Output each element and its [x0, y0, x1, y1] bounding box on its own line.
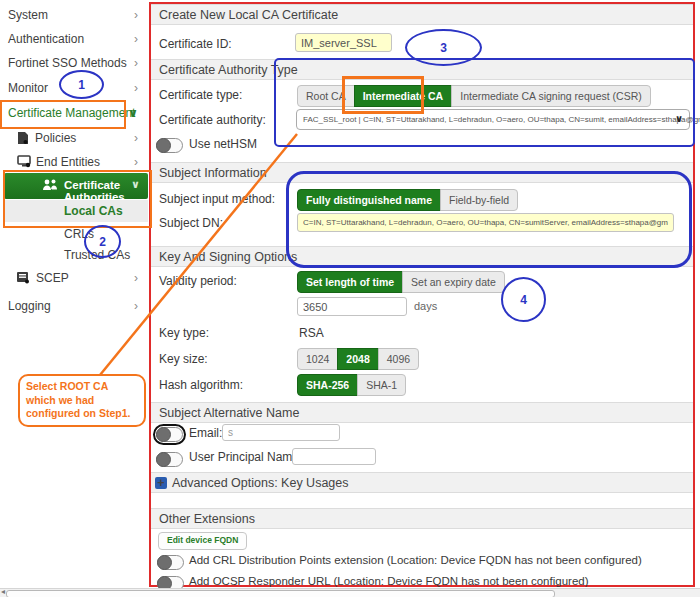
email-label: Email:: [189, 426, 222, 440]
ca-type-section-header: Certificate Authority Type: [151, 59, 693, 80]
certificate-type-label: Certificate type:: [159, 88, 242, 102]
subject-section-header: Subject Information: [151, 162, 693, 183]
scrollbar-thumb[interactable]: [6, 590, 555, 597]
subject-dn-label: Subject DN:: [159, 216, 223, 230]
sidebar-item-fortinet-sso[interactable]: Fortinet SSO Methods ›: [0, 53, 148, 75]
chevron-right-icon: ›: [134, 56, 138, 70]
use-nethsm-toggle[interactable]: [156, 138, 183, 153]
document-icon: [16, 131, 29, 148]
field-by-field-button[interactable]: Field-by-field: [440, 189, 518, 211]
chevron-right-icon: ›: [134, 131, 138, 145]
crl-distribution-toggle[interactable]: [157, 555, 184, 570]
certificate-authority-select[interactable]: FAC_SSL_root | C=IN, ST=Uttarakhand, L=d…: [296, 109, 690, 130]
key-size-segment: 1024 2048 4096: [297, 348, 419, 370]
sidebar-item-scep[interactable]: SCEP ›: [0, 268, 148, 290]
key-size-label: Key size:: [159, 352, 208, 366]
email-input[interactable]: [222, 424, 340, 441]
sidebar-item-certificate-management[interactable]: Certificate Management ∨: [0, 103, 148, 125]
use-nethsm-label: Use netHSM: [189, 137, 257, 151]
sidebar-item-system[interactable]: System ›: [0, 5, 148, 27]
certificate-type-segment: Root CA Intermediate CA Intermediate CA …: [297, 85, 651, 107]
hash-algorithm-label: Hash algorithm:: [159, 378, 243, 392]
chevron-down-icon: ∨: [128, 106, 138, 120]
panel-title-bar: Create New Local CA Certificate: [151, 4, 693, 25]
sidebar-item-authentication[interactable]: Authentication ›: [0, 29, 148, 51]
key-size-4096-button[interactable]: 4096: [378, 348, 419, 370]
expand-plus-icon[interactable]: +: [155, 477, 167, 489]
chevron-right-icon: ›: [134, 8, 138, 22]
chevron-right-icon: ›: [134, 32, 138, 46]
subject-method-segment: Fully distinguished name Field-by-field: [297, 189, 518, 211]
upn-input[interactable]: [292, 448, 376, 465]
root-ca-button[interactable]: Root CA: [297, 85, 355, 107]
certificate-id-input[interactable]: [295, 33, 392, 52]
key-type-label: Key type:: [159, 326, 209, 340]
subject-input-method-label: Subject input method:: [159, 192, 275, 206]
sidebar-item-local-cas[interactable]: Local CAs: [4, 200, 148, 222]
key-type-value: RSA: [299, 326, 324, 340]
scroll-left-arrow-icon[interactable]: ◂: [1, 587, 5, 596]
advanced-options-bar[interactable]: + Advanced Options: Key Usages: [151, 472, 693, 493]
other-extensions-header: Other Extensions: [151, 508, 693, 529]
set-expiry-date-button[interactable]: Set an expiry date: [402, 271, 505, 293]
page-title: Create New Local CA Certificate: [159, 8, 338, 22]
chevron-right-icon: ›: [134, 155, 138, 169]
create-local-ca-panel: Create New Local CA Certificate Certific…: [149, 2, 695, 587]
sidebar-item-certificate-authorities[interactable]: Certificate Authorities ∨: [4, 173, 148, 199]
monitor-icon: [17, 155, 31, 171]
set-length-of-time-button[interactable]: Set length of time: [297, 271, 403, 293]
select-chevron-icon: ∨: [675, 113, 683, 124]
hash-segment: SHA-256 SHA-1: [297, 374, 406, 396]
chevron-right-icon: ›: [134, 271, 138, 285]
validity-days-input[interactable]: [297, 297, 407, 316]
edit-device-fqdn-button[interactable]: Edit device FQDN: [158, 532, 247, 550]
email-toggle[interactable]: [156, 427, 183, 442]
people-icon: [42, 178, 59, 195]
key-size-1024-button[interactable]: 1024: [297, 348, 338, 370]
validity-segment: Set length of time Set an expiry date: [297, 271, 505, 293]
chevron-right-icon: ›: [134, 81, 138, 95]
certificate-authority-label: Certificate authority:: [159, 113, 266, 127]
sidebar-item-logging[interactable]: Logging ›: [0, 296, 148, 318]
sidebar-item-end-entities[interactable]: End Entities ›: [0, 152, 148, 174]
advanced-options-label: Advanced Options: Key Usages: [172, 476, 349, 490]
sidebar-item-crls[interactable]: CRLs: [4, 223, 148, 245]
intermediate-csr-button[interactable]: Intermediate CA signing request (CSR): [451, 85, 651, 107]
sha-256-button[interactable]: SHA-256: [297, 374, 358, 396]
key-signing-section-header: Key And Signing Options: [151, 246, 693, 267]
fortiauthenticator-screen: System › Authentication › Fortinet SSO M…: [0, 0, 700, 597]
sidebar-item-trusted-cas[interactable]: Trusted CAs: [4, 244, 148, 266]
subject-dn-input[interactable]: [297, 213, 674, 232]
list-icon: [16, 271, 30, 287]
intermediate-ca-button[interactable]: Intermediate CA: [354, 85, 453, 107]
days-suffix: days: [414, 300, 437, 312]
ocsp-responder-label: Add OCSP Responder URL (Location: Device…: [189, 575, 589, 587]
callout-note: Select ROOT CA which we had configured o…: [18, 374, 146, 427]
sidebar-item-policies[interactable]: Policies ›: [0, 128, 148, 150]
key-size-2048-button[interactable]: 2048: [337, 348, 378, 370]
chevron-right-icon: ›: [134, 299, 138, 313]
validity-period-label: Validity period:: [159, 274, 237, 288]
fully-distinguished-name-button[interactable]: Fully distinguished name: [297, 189, 441, 211]
horizontal-scrollbar: ◂: [0, 588, 700, 597]
san-section-header: Subject Alternative Name: [151, 402, 693, 423]
crl-distribution-label: Add CRL Distribution Points extension (L…: [189, 554, 642, 566]
sha-1-button[interactable]: SHA-1: [357, 374, 406, 396]
sidebar-item-monitor[interactable]: Monitor ›: [0, 78, 148, 100]
certificate-id-label: Certificate ID:: [159, 37, 232, 51]
upn-toggle[interactable]: [156, 452, 183, 467]
chevron-down-icon: ∨: [131, 178, 140, 191]
